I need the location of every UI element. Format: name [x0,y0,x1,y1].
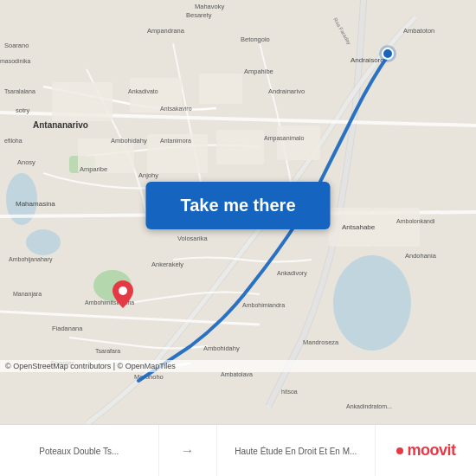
svg-rect-11 [199,74,242,104]
svg-text:Antananarivo: Antananarivo [33,120,88,130]
destination-marker [113,280,133,312]
svg-text:Ankadindratom...: Ankadindratom... [346,403,392,409]
svg-rect-9 [52,82,113,121]
svg-text:Amparibe: Amparibe [80,165,107,173]
destination-label: Haute Étude En Droit Et En M... [235,446,357,457]
svg-text:Ambohijanahary: Ambohijanahary [9,256,53,263]
svg-text:Ambatolava: Ambatolava [221,371,253,377]
svg-text:Ankadivory: Ankadivory [277,270,307,277]
svg-text:Volosarika: Volosarika [177,235,208,242]
destination-info: Haute Étude En Droit Et En M... [217,425,376,476]
svg-text:Mandroseza: Mandroseza [303,338,339,346]
arrow-icon: → [181,443,195,459]
svg-text:Ambohimiandra: Ambohimiandra [242,302,285,308]
svg-text:Betongolo: Betongolo [241,35,270,43]
svg-rect-15 [277,125,320,160]
svg-rect-17 [372,208,420,247]
svg-text:Ambolonkandi: Ambolonkandi [396,218,435,224]
svg-text:sotry: sotry [16,106,30,114]
take-me-there-button[interactable]: Take me there [145,182,330,229]
svg-point-61 [119,286,127,295]
svg-text:efiloha: efiloha [4,138,23,144]
svg-text:Tsarafara: Tsarafara [95,348,120,354]
moovit-branding: moovit [376,425,476,476]
copyright-bar: © OpenStreetMap contributors | © OpenMap… [0,360,476,372]
svg-text:Antsakaviro: Antsakaviro [160,106,192,112]
svg-text:Ambatoton: Ambatoton [403,27,434,35]
svg-text:Anjohy: Anjohy [138,171,158,179]
svg-text:Mahavoky: Mahavoky [195,3,224,10]
svg-text:Anosy: Anosy [17,158,35,166]
svg-text:masodinika: masodinika [0,58,31,64]
svg-text:Ampasanimalo: Ampasanimalo [264,135,304,142]
svg-text:Antanimora: Antanimora [160,138,191,144]
svg-text:Antsahabe: Antsahabe [342,223,376,231]
bottom-bar: Poteaux Double Ts... → Haute Étude En Dr… [0,424,476,476]
svg-text:Ambohidahy: Ambohidahy [203,344,240,352]
svg-text:Ankadivato: Ankadivato [128,88,158,94]
moovit-logo-text: moovit [408,441,456,460]
svg-point-3 [26,229,61,255]
svg-text:Andrainarivo: Andrainarivo [268,87,305,95]
svg-rect-14 [216,130,264,164]
origin-label: Poteaux Double Ts... [39,446,119,457]
svg-text:Tsaralalana: Tsaralalana [4,88,35,94]
svg-text:Marohoho: Marohoho [134,373,164,381]
svg-text:Andohania: Andohania [405,252,437,260]
svg-text:Soarano: Soarano [4,42,29,49]
copyright-text: © OpenStreetMap contributors | © OpenMap… [5,362,176,370]
svg-point-1 [333,255,411,351]
svg-text:Besarety: Besarety [186,11,212,19]
moovit-dot-icon [396,447,403,454]
svg-text:Ampandrana: Ampandrana [147,27,185,35]
map-container: Antananarivo Andraisoro Mahamasina Antsa… [0,0,476,424]
svg-text:Ambohidahy: Ambohidahy [111,137,147,145]
origin-marker [382,48,394,60]
svg-text:Mahamasina: Mahamasina [16,200,55,208]
svg-text:Ampahibe: Ampahibe [244,68,273,75]
origin-info: Poteaux Double Ts... [0,425,159,476]
svg-text:Ankerakely: Ankerakely [151,261,183,268]
svg-text:hitsoa: hitsoa [281,389,298,395]
direction-arrow: → [159,425,217,476]
svg-text:Mananjara: Mananjara [13,291,42,298]
svg-text:Fiadanana: Fiadanana [52,325,83,332]
svg-text:Andraisoro: Andraisoro [351,56,384,64]
